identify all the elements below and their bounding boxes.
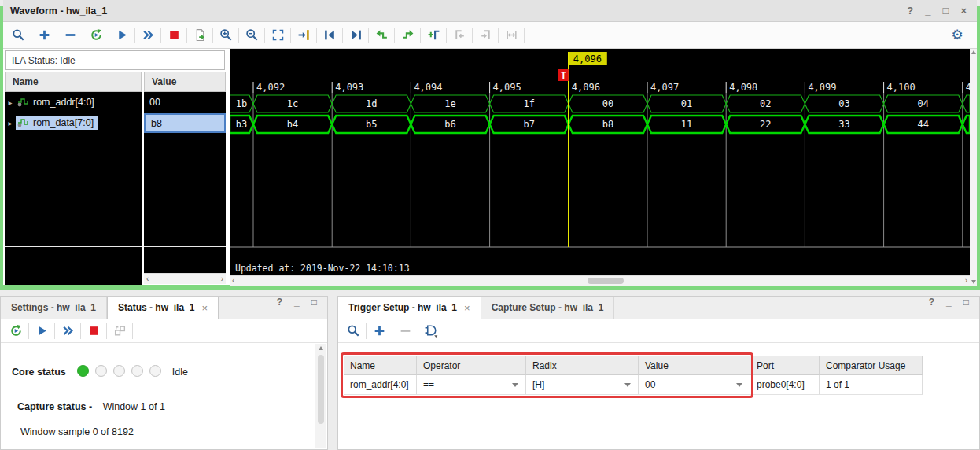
goto-left-edge-icon[interactable] xyxy=(451,26,468,45)
tab-capture-setup[interactable]: Capture Setup - hw_ila_1 xyxy=(481,297,615,319)
core-status-dots xyxy=(77,365,168,379)
value-column-header[interactable]: Value xyxy=(144,72,226,92)
maximize-button[interactable]: □ xyxy=(943,6,949,17)
scroll-up-icon[interactable] xyxy=(971,50,976,54)
svg-text:4,093: 4,093 xyxy=(335,82,363,93)
value-dropdown[interactable]: 00 xyxy=(639,375,750,395)
signal-value[interactable]: 00 xyxy=(144,92,226,112)
signal-name: rom_data[7:0] xyxy=(33,117,94,128)
remove-probes-icon[interactable] xyxy=(61,26,79,45)
zoom-fit-icon[interactable] xyxy=(269,26,286,45)
tab-status[interactable]: Status - hw_ila_1 × xyxy=(107,297,219,319)
value-panel-hscrollbar[interactable]: ‹ › xyxy=(144,273,226,284)
chevron-down-icon[interactable] xyxy=(624,383,631,387)
minimize-button[interactable]: _ xyxy=(294,297,300,319)
settings-gear-icon[interactable]: ⚙ xyxy=(949,26,966,45)
operator-dropdown[interactable]: == xyxy=(417,375,526,395)
add-trigger-probe-icon[interactable] xyxy=(425,26,442,45)
svg-text:01: 01 xyxy=(681,98,692,109)
minimize-button[interactable]: _ xyxy=(925,6,930,17)
scroll-left-icon[interactable]: ‹ xyxy=(146,275,149,283)
signal-row-rom-addr[interactable]: ▸ rom_addr[4:0] xyxy=(5,92,142,112)
zoom-out-icon[interactable] xyxy=(243,26,260,45)
bus-signal-icon xyxy=(17,118,29,127)
run-all-icon[interactable] xyxy=(59,322,76,341)
jump-to-previous-icon[interactable] xyxy=(373,26,390,45)
waveform-window-titlebar: Waveform - hw_ila_1 ? _ □ × xyxy=(3,0,977,22)
scroll-left-icon[interactable]: ‹ xyxy=(232,277,234,285)
span-markers-icon[interactable] xyxy=(503,26,520,45)
find-icon[interactable] xyxy=(9,26,27,45)
column-header-radix[interactable]: Radix xyxy=(526,356,639,375)
status-vscrollbar[interactable] xyxy=(315,344,326,448)
panel-divider xyxy=(5,246,142,247)
waveform-vscrollbar[interactable] xyxy=(970,49,977,286)
help-button[interactable]: ? xyxy=(277,297,282,319)
column-header-comparator-usage[interactable]: Comparator Usage xyxy=(820,356,923,375)
waveform-hscrollbar[interactable]: ‹ › xyxy=(230,275,970,286)
next-transition-icon[interactable] xyxy=(347,26,364,45)
tab-close-icon[interactable]: × xyxy=(464,302,470,314)
scroll-right-icon[interactable]: › xyxy=(965,277,967,285)
column-header-name[interactable]: Name xyxy=(344,356,417,375)
export-data-icon[interactable] xyxy=(191,26,208,45)
scroll-down-icon[interactable] xyxy=(971,280,976,284)
waveform-canvas[interactable]: 4,0924,0934,0944,0954,0964,0974,0984,099… xyxy=(230,49,970,275)
svg-text:4,100: 4,100 xyxy=(887,82,916,93)
jump-to-next-icon[interactable] xyxy=(399,26,416,45)
svg-text:4,092: 4,092 xyxy=(256,82,285,93)
expand-chevron-icon[interactable]: ▸ xyxy=(5,98,16,107)
name-column-header[interactable]: Name xyxy=(5,72,142,92)
svg-text:22: 22 xyxy=(760,119,771,130)
minimize-button[interactable]: _ xyxy=(946,297,952,319)
stop-trigger-icon[interactable] xyxy=(85,322,102,341)
hscrollbar-thumb[interactable] xyxy=(588,278,624,284)
run-trigger-icon[interactable] xyxy=(87,26,105,45)
maximize-button[interactable]: □ xyxy=(311,297,317,319)
scroll-up-icon[interactable] xyxy=(319,346,323,350)
close-button[interactable]: × xyxy=(960,6,967,17)
relaunch-icon[interactable] xyxy=(111,322,128,341)
svg-text:11: 11 xyxy=(681,119,692,130)
core-status-dot xyxy=(95,365,107,377)
svg-text:4,096: 4,096 xyxy=(573,53,602,65)
chevron-down-icon[interactable] xyxy=(512,383,518,387)
svg-text:00: 00 xyxy=(602,98,613,109)
focus-border xyxy=(977,6,980,290)
focus-border xyxy=(0,285,980,290)
column-header-value[interactable]: Value xyxy=(639,356,750,375)
vscrollbar-thumb[interactable] xyxy=(318,355,324,424)
help-button[interactable]: ? xyxy=(907,6,913,17)
remove-trigger-condition-icon[interactable] xyxy=(396,322,414,341)
goto-right-edge-icon[interactable] xyxy=(477,26,494,45)
go-to-trigger-icon[interactable] xyxy=(295,26,312,45)
expand-chevron-icon[interactable]: ▸ xyxy=(5,119,16,127)
radix-dropdown[interactable]: [H] xyxy=(526,375,639,395)
maximize-button[interactable]: □ xyxy=(963,297,969,319)
status-tabbar: Settings - hw_ila_1 Status - hw_ila_1 × … xyxy=(1,297,327,319)
run-trigger-immediate-icon[interactable] xyxy=(33,322,50,341)
previous-transition-icon[interactable] xyxy=(321,26,338,45)
stop-trigger-icon[interactable] xyxy=(165,26,182,45)
run-trigger-immediate-icon[interactable] xyxy=(113,26,131,45)
tab-close-icon[interactable]: × xyxy=(201,302,208,314)
run-trigger-icon[interactable] xyxy=(7,322,24,341)
help-button[interactable]: ? xyxy=(929,297,934,319)
chevron-down-icon[interactable] xyxy=(736,383,742,387)
svg-text:1c: 1c xyxy=(287,98,298,109)
svg-text:b3: b3 xyxy=(236,119,247,130)
signal-row-rom-data[interactable]: ▸ rom_data[7:0] xyxy=(5,112,142,133)
add-trigger-condition-icon[interactable] xyxy=(370,322,388,341)
column-header-port[interactable]: Port xyxy=(750,356,820,375)
tab-label: Status - hw_ila_1 xyxy=(118,302,194,313)
tab-settings[interactable]: Settings - hw_ila_1 xyxy=(1,297,107,319)
find-icon[interactable] xyxy=(344,322,362,341)
scroll-right-icon[interactable]: › xyxy=(221,275,223,283)
signal-value-selected[interactable]: b8 xyxy=(144,113,226,133)
tab-trigger-setup[interactable]: Trigger Setup - hw_ila_1 × xyxy=(338,297,481,319)
run-all-icon[interactable] xyxy=(139,26,157,45)
trigger-condition-gate-icon[interactable] xyxy=(422,322,440,341)
add-probes-icon[interactable] xyxy=(35,26,53,45)
zoom-in-icon[interactable] xyxy=(217,26,234,45)
column-header-operator[interactable]: Operator xyxy=(417,356,526,375)
